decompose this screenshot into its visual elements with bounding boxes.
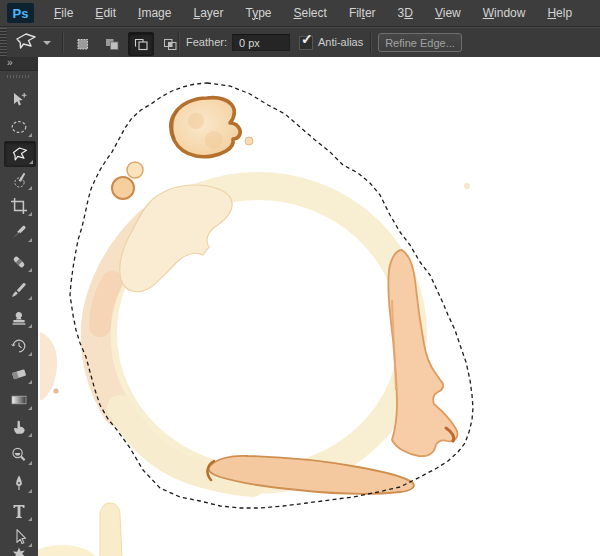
stain-speck	[53, 388, 58, 393]
dodge-tool[interactable]	[4, 443, 34, 467]
move-tool[interactable]	[4, 88, 34, 112]
coffee-ring-right-segment	[388, 250, 457, 456]
tool-preset-picker[interactable]	[14, 31, 60, 55]
eraser-tool[interactable]	[4, 362, 34, 386]
toolbar-gripper[interactable]	[7, 75, 31, 78]
spot-healing-brush-tool[interactable]	[4, 250, 34, 274]
coffee-drop-large	[112, 177, 134, 199]
polygonal-lasso-icon	[11, 145, 29, 163]
history-brush-icon	[10, 337, 28, 355]
custom-shape-icon	[10, 545, 28, 556]
anti-alias-label: Anti-alias	[318, 36, 363, 48]
menu-item-view[interactable]: View	[424, 1, 472, 26]
type-icon	[10, 502, 28, 520]
stain-speck	[464, 183, 470, 189]
faint-stain-bottom-corner	[38, 545, 96, 556]
menu-item-filter[interactable]: Filter	[338, 1, 387, 26]
selection-mode-group	[70, 32, 183, 56]
dodge-icon	[10, 446, 28, 464]
refine-edge-button[interactable]: Refine Edge...	[378, 33, 462, 52]
double-chevron-icon: »	[7, 57, 14, 68]
splotch-texture	[188, 113, 204, 129]
feather-label: Feather:	[186, 36, 227, 48]
spot-healing-brush-icon	[10, 253, 28, 271]
crop-icon	[10, 197, 28, 215]
menu-item-image[interactable]: Image	[127, 1, 182, 26]
tool-options-bar: Feather: ✓ Anti-alias Refine Edge...	[0, 27, 600, 60]
coffee-stain-image	[38, 57, 600, 556]
menu-item-type[interactable]: Type	[234, 1, 282, 26]
elliptical-marquee-tool[interactable]	[4, 115, 34, 139]
eyedropper-icon	[10, 223, 28, 241]
clone-stamp-icon	[10, 309, 28, 327]
menu-item-help[interactable]: Help	[536, 1, 583, 26]
collapse-toolbar-button[interactable]: »	[0, 57, 38, 71]
menu-bar: Ps FileEditImageLayerTypeSelectFilter3DV…	[0, 0, 600, 27]
polygonal-lasso-icon	[14, 31, 38, 55]
feather-input[interactable]	[232, 34, 290, 51]
coffee-splotch	[171, 98, 240, 157]
menu-item-edit[interactable]: Edit	[84, 1, 127, 26]
subtract-from-selection-button[interactable]	[128, 32, 154, 56]
photoshop-window: Ps FileEditImageLayerTypeSelectFilter3DV…	[0, 0, 600, 556]
new-selection-button[interactable]	[70, 32, 96, 56]
options-divider	[178, 33, 180, 53]
main-menu: FileEditImageLayerTypeSelectFilter3DView…	[43, 1, 583, 26]
type-tool[interactable]	[4, 499, 34, 523]
elliptical-marquee-icon	[10, 118, 28, 136]
chevron-down-icon	[43, 41, 51, 45]
custom-shape-tool[interactable]	[4, 542, 34, 556]
stain-speck	[245, 137, 253, 145]
menu-item-file[interactable]: File	[43, 1, 84, 26]
coffee-ring-left-accent	[100, 282, 112, 326]
eyedropper-tool[interactable]	[4, 220, 34, 244]
brush-tool[interactable]	[4, 278, 34, 302]
polygonal-lasso-tool[interactable]	[4, 141, 36, 167]
quick-selection-tool[interactable]	[4, 168, 34, 192]
coffee-streak	[100, 503, 122, 556]
menu-item-3d[interactable]: 3D	[387, 1, 424, 26]
splotch-texture	[205, 131, 223, 149]
options-divider	[370, 33, 372, 53]
pen-icon	[10, 474, 28, 492]
eraser-icon	[10, 365, 28, 383]
gradient-icon	[10, 391, 28, 409]
tool-palette: »	[0, 57, 39, 556]
anti-alias-checkbox[interactable]: ✓	[299, 36, 313, 50]
smudge-icon	[10, 418, 28, 436]
photoshop-logo: Ps	[7, 3, 34, 23]
coffee-blotch-cluster	[120, 185, 232, 292]
checkmark-icon: ✓	[301, 31, 313, 47]
pen-tool[interactable]	[4, 471, 34, 495]
move-icon	[10, 91, 28, 109]
history-brush-tool[interactable]	[4, 334, 34, 358]
quick-selection-icon	[10, 171, 28, 189]
options-divider	[62, 33, 64, 53]
smudge-tool[interactable]	[4, 415, 34, 439]
menu-item-window[interactable]: Window	[472, 1, 537, 26]
options-bar-gripper[interactable]	[0, 28, 7, 58]
coffee-drop-small	[127, 162, 143, 178]
gradient-tool[interactable]	[4, 388, 34, 412]
brush-icon	[10, 281, 28, 299]
crop-tool[interactable]	[4, 194, 34, 218]
document-canvas[interactable]	[38, 57, 600, 556]
menu-item-select[interactable]: Select	[283, 1, 338, 26]
add-to-selection-button[interactable]	[99, 32, 125, 56]
menu-item-layer[interactable]: Layer	[182, 1, 234, 26]
clone-stamp-tool[interactable]	[4, 306, 34, 330]
